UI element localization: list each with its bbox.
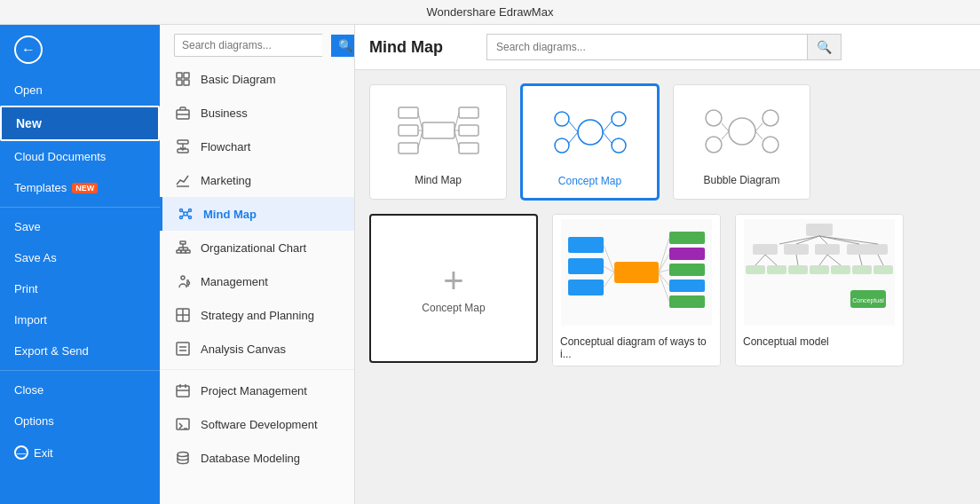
svg-rect-51 (459, 143, 478, 154)
svg-rect-80 (568, 280, 604, 295)
svg-rect-46 (399, 107, 418, 118)
svg-line-63 (569, 122, 578, 132)
sidebar-item-new[interactable]: New (0, 106, 160, 141)
template-model-card[interactable]: Conceptual Conceptual model (735, 214, 904, 366)
svg-rect-47 (399, 125, 418, 136)
svg-point-28 (181, 276, 185, 280)
cat-database[interactable]: Database Modeling (160, 441, 354, 475)
bubble-card[interactable]: Bubble Diagram (673, 84, 810, 200)
project-icon (174, 382, 192, 399)
search-input[interactable] (174, 34, 322, 57)
mindmap-card[interactable]: Mind Map (369, 84, 507, 200)
conceptmap-card[interactable]: Concept Map (521, 84, 659, 200)
svg-text:Conceptual: Conceptual (852, 297, 884, 304)
cat-project[interactable]: Project Management (160, 374, 354, 407)
cat-marketing[interactable]: Marketing (160, 163, 354, 197)
cat-software[interactable]: Software Development (160, 407, 354, 441)
back-icon: ← (14, 35, 43, 64)
cat-business[interactable]: Business (160, 96, 354, 130)
page-title: Mind Map (369, 38, 476, 57)
svg-rect-100 (868, 244, 888, 255)
cat-basic[interactable]: Basic Diagram (160, 62, 354, 96)
template-ways-label: Conceptual diagram of ways to i... (553, 330, 720, 366)
sidebar-item-print[interactable]: Print (0, 273, 160, 304)
cat-orgchart[interactable]: Organizational Chart (160, 231, 354, 264)
cat-strategy[interactable]: Strategy and Planning (160, 298, 354, 332)
svg-point-61 (612, 112, 626, 126)
svg-rect-1 (184, 73, 189, 78)
sidebar-item-open[interactable]: Open (0, 75, 160, 106)
title-bar: Wondershare EdrawMax (0, 0, 980, 25)
svg-rect-79 (568, 258, 604, 274)
divider1 (0, 207, 160, 208)
manage-icon (174, 272, 192, 290)
plus-icon: + (443, 263, 463, 298)
back-button[interactable]: ← (0, 25, 160, 75)
svg-point-70 (706, 137, 722, 153)
new-concept-card[interactable]: + Concept Map (369, 214, 538, 363)
svg-point-44 (178, 453, 188, 457)
cat-management[interactable]: Management (160, 264, 354, 298)
svg-rect-112 (873, 265, 893, 274)
cat-database-label: Database Modeling (201, 452, 300, 465)
cat-marketing-label: Marketing (201, 174, 251, 187)
svg-point-71 (763, 137, 778, 153)
svg-rect-106 (746, 265, 765, 274)
svg-line-64 (569, 132, 578, 143)
diagram-search-button[interactable]: 🔍 (807, 34, 842, 60)
svg-rect-111 (852, 265, 872, 274)
bubble-icon-area (693, 96, 791, 167)
svg-point-13 (180, 217, 183, 219)
svg-rect-81 (669, 232, 705, 244)
template-model-svg: Conceptual (744, 219, 895, 326)
template-ways-card[interactable]: Conceptual diagram of ways to i... (552, 214, 721, 366)
new-badge: NEW (72, 183, 98, 193)
svg-point-67 (729, 118, 755, 145)
category-panel: 🔍 Basic Diagram Business Flowchart Ma (160, 25, 355, 504)
svg-rect-45 (423, 122, 454, 138)
org-icon (174, 239, 192, 256)
svg-rect-19 (180, 241, 186, 244)
sidebar-item-export[interactable]: Export & Send (0, 335, 160, 366)
sidebar-item-options[interactable]: Options (0, 406, 160, 437)
diagram-grid: Mind Map (355, 70, 980, 504)
sidebar-item-save[interactable]: Save (0, 211, 160, 242)
svg-point-11 (180, 209, 183, 212)
sidebar-item-import[interactable]: Import (0, 304, 160, 335)
sidebar-item-templates[interactable]: Templates NEW (0, 172, 160, 203)
database-icon (174, 449, 192, 467)
svg-rect-110 (831, 265, 850, 274)
svg-rect-49 (459, 107, 478, 118)
template-ways-img (553, 215, 720, 330)
cat-flowchart[interactable]: Flowchart (160, 130, 354, 163)
svg-point-60 (555, 138, 569, 153)
svg-rect-97 (784, 244, 809, 255)
cat-software-label: Software Development (201, 418, 318, 431)
svg-rect-22 (186, 250, 190, 253)
grid-icon (174, 70, 192, 88)
cat-mindmap-label: Mind Map (203, 208, 257, 221)
conceptmap-icon-area (541, 97, 639, 168)
bubble-card-label: Bubble Diagram (703, 174, 779, 186)
sidebar-item-cloud[interactable]: Cloud Documents (0, 141, 160, 172)
svg-line-15 (182, 211, 184, 213)
svg-rect-0 (177, 73, 182, 78)
svg-rect-84 (669, 280, 705, 292)
cat-separator (160, 369, 354, 370)
search-button[interactable]: 🔍 (331, 35, 355, 57)
sidebar-item-saveas[interactable]: Save As (0, 242, 160, 273)
mindmap-icon (177, 205, 194, 223)
svg-point-58 (578, 120, 603, 145)
cat-mindmap[interactable]: Mind Map (160, 197, 354, 231)
sidebar-item-exit[interactable]: — Exit (0, 437, 160, 469)
diagram-search-input[interactable] (486, 34, 807, 60)
sidebar-item-close[interactable]: Close (0, 374, 160, 406)
svg-point-59 (555, 112, 569, 126)
svg-point-68 (706, 110, 722, 126)
cat-basic-label: Basic Diagram (201, 73, 276, 86)
exit-icon: — (14, 445, 28, 460)
svg-rect-99 (847, 244, 872, 255)
cat-analysis[interactable]: Analysis Canvas (160, 332, 354, 366)
search-area: 🔍 (486, 34, 842, 60)
bubble-preview-svg (698, 100, 786, 162)
